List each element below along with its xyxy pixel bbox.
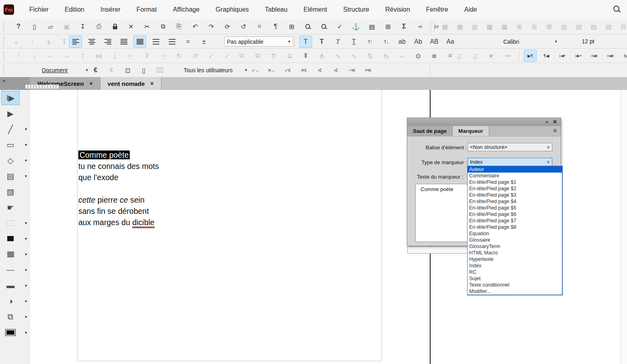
menu-item-format[interactable]: Format [129, 4, 165, 16]
cut-icon[interactable]: ✂ [141, 20, 153, 33]
tool-flyout-arrow-icon[interactable]: ▾ [25, 268, 27, 272]
smart-select-tool[interactable]: I▶ [0, 90, 30, 106]
font-size-field[interactable]: 12 pt [575, 37, 601, 46]
line-width-tool[interactable]: —▾ [0, 262, 30, 278]
align-center-icon[interactable] [85, 36, 98, 48]
tab-vent-nomade[interactable]: vent nomade× [100, 77, 161, 90]
marker-type-option[interactable]: En-tête/Pied page $1 [468, 179, 562, 185]
search-icon[interactable] [613, 6, 621, 14]
menu-item-element[interactable]: Elément [296, 4, 335, 16]
paste-icon[interactable]: ⎘ [173, 20, 186, 33]
align-right-icon[interactable] [101, 36, 114, 48]
tab-close-icon[interactable]: × [90, 80, 93, 87]
menu-item-affichage[interactable]: Affichage [165, 4, 207, 16]
line-style-tool[interactable]: ▬▾ [0, 278, 30, 293]
graphic-inset-tool[interactable]: ▧ [0, 184, 30, 199]
fill-style-tool[interactable]: ▾ [0, 231, 30, 246]
align-left-icon[interactable] [69, 36, 82, 48]
repeat-icon[interactable]: ⟳ [221, 20, 234, 33]
history-icon[interactable]: ↺ [237, 20, 250, 33]
tool-flyout-arrow-icon[interactable]: ▾ [25, 252, 27, 256]
menu-item-edition[interactable]: Edition [57, 4, 92, 16]
tool-flyout-arrow-icon[interactable]: ▾ [25, 127, 27, 131]
text-normal-icon[interactable]: T [299, 36, 312, 48]
spacing-equal-icon[interactable]: = [182, 36, 194, 48]
tab-marqueur[interactable]: Marqueur [453, 126, 489, 136]
marker-type-option[interactable]: En-tête/Pied page $2 [468, 185, 562, 192]
panel-collapse-icon[interactable]: « [545, 119, 548, 125]
digits-rtl-icon[interactable]: 1▶٢ [572, 50, 585, 62]
accept-and-next-icon[interactable]: ✓→ [249, 64, 262, 76]
distribute-icon[interactable]: ‖ [299, 50, 312, 62]
uppercase-icon[interactable]: AB [428, 36, 441, 48]
capitalize-icon[interactable]: Ab [412, 36, 425, 48]
lock-icon[interactable] [108, 20, 121, 33]
tool-flyout-arrow-icon[interactable]: ▾ [25, 221, 27, 225]
line-tool[interactable]: ╱▾ [0, 121, 30, 137]
menu-item-tableau[interactable]: Tableau [257, 4, 296, 16]
find-replace-icon[interactable] [301, 20, 314, 33]
delete-icon[interactable]: ✕ [125, 20, 137, 33]
spell-check-icon[interactable]: ✓ [333, 20, 346, 33]
track-changes-icon[interactable]: € [89, 64, 102, 76]
line-spacing-icon[interactable] [133, 36, 146, 48]
undo-icon[interactable]: ↶ [189, 20, 202, 33]
marker-type-option[interactable]: Sujet [468, 275, 562, 282]
reviewers-select[interactable]: Tous les utilisateurs▾ [172, 65, 250, 75]
lowercase-icon[interactable]: ab [396, 36, 408, 48]
menu-item-revision[interactable]: Révision [377, 4, 418, 16]
paragraph-ltr-icon[interactable]: ▶¶ [524, 50, 537, 62]
direction-ba-icon[interactable]: bA [620, 50, 627, 62]
view-text-symbols-icon[interactable]: ¶ [269, 20, 282, 33]
rectangle-tool[interactable]: ▭▾ [0, 137, 30, 153]
collapse-panel-icon[interactable]: « [2, 77, 5, 83]
tint-tool[interactable]: ◑▾ [0, 293, 30, 309]
color-tool[interactable]: ▾ [0, 325, 30, 340]
redo-icon[interactable]: ↷ [205, 20, 218, 33]
new-document-icon[interactable]: ▯ [28, 20, 41, 33]
object-select-tool[interactable]: ▶ [0, 106, 30, 121]
copy-icon[interactable]: ⧉ [157, 20, 170, 33]
marker-type-option[interactable]: Commentaire [468, 173, 562, 179]
object-properties-icon[interactable]: ⊙ [412, 50, 425, 62]
marker-type-option[interactable]: En-tête/Pied page $5 [468, 205, 562, 211]
overlay-tool[interactable]: ⧉▾ [0, 309, 30, 325]
vertical-scrollbar[interactable] [621, 90, 627, 364]
reject-change-icon[interactable]: ✕€ [297, 64, 310, 76]
tool-flyout-arrow-icon[interactable]: ▾ [25, 299, 27, 303]
marker-type-option[interactable]: En-tête/Pied page $6 [468, 211, 562, 218]
tool-flyout-arrow-icon[interactable]: ▾ [25, 330, 27, 335]
anchor-icon[interactable]: ⚓ [349, 20, 362, 33]
marker-type-option[interactable]: En-tête/Pied page $7 [468, 218, 562, 224]
menu-item-graphiques[interactable]: Graphiques [208, 4, 257, 16]
bold-icon[interactable]: T [315, 36, 328, 48]
digits-ltr-icon[interactable]: 1◀٢ [556, 50, 569, 62]
open-folder-icon[interactable]: ▱ [44, 20, 57, 33]
tab-close-icon[interactable]: × [150, 80, 153, 87]
underline-icon[interactable]: T [347, 36, 360, 48]
marker-type-option[interactable]: Texte conditionnel [468, 282, 562, 288]
marker-type-option[interactable]: Index [468, 262, 562, 269]
polygon-tool[interactable]: ◇▾ [0, 153, 30, 168]
subscript-icon[interactable]: T↓ [380, 36, 392, 48]
tool-flyout-arrow-icon[interactable]: ▾ [25, 174, 27, 178]
panel-menu-icon[interactable]: ≡ [553, 127, 557, 134]
paragraph-style-select[interactable]: Pas applicable▾ [224, 37, 293, 47]
tool-flyout-arrow-icon[interactable]: ▾ [25, 283, 27, 288]
panel-close-icon[interactable]: ✕ [553, 119, 557, 125]
menu-item-fichier[interactable]: Fichier [21, 4, 57, 16]
paragraph-rtl-icon[interactable]: ¶◀ [540, 50, 553, 62]
save-as-icon[interactable]: ↧ [76, 20, 89, 33]
superscript-icon[interactable]: T↑ [364, 36, 376, 48]
marker-type-option[interactable]: Modifier... [468, 288, 562, 295]
tool-flyout-arrow-icon[interactable]: ▾ [25, 315, 27, 319]
hotspot-tool[interactable]: ☛ [0, 199, 30, 215]
menu-item-inserer[interactable]: Insérer [92, 4, 129, 16]
marker-type-option[interactable]: Hypertexte [468, 256, 562, 262]
poem-text[interactable]: Comme poètetu ne connais des motsque l’e… [78, 149, 159, 228]
view-borders-icon[interactable]: ⌗ [253, 20, 266, 33]
reject-all-changes-icon[interactable]: ✕€€ [361, 64, 374, 76]
menu-item-fenetre[interactable]: Fenêtre [418, 4, 456, 16]
panel-title-bar[interactable]: « ✕ [407, 118, 561, 126]
marker-type-option[interactable]: En-tête/Pied page $4 [468, 198, 562, 205]
